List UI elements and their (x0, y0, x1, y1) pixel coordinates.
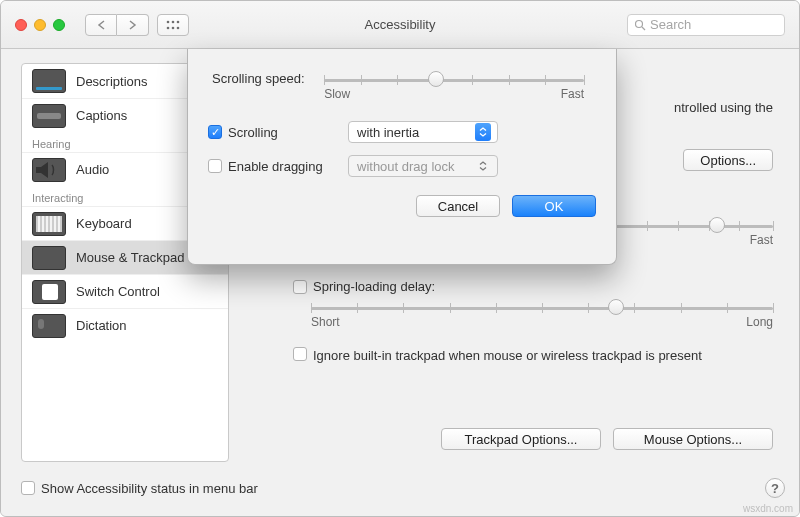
zoom-window-button[interactable] (53, 19, 65, 31)
nav-back-forward (85, 14, 149, 36)
slider-thumb[interactable] (428, 71, 444, 87)
dragging-mode-popup: without drag lock (348, 155, 498, 177)
search-placeholder: Search (650, 17, 691, 32)
svg-line-7 (642, 27, 645, 30)
popup-arrows-icon (475, 157, 491, 175)
sidebar-item-label: Captions (76, 108, 127, 123)
sidebar-item-label: Switch Control (76, 284, 160, 299)
descriptions-icon (32, 69, 66, 93)
dragging-mode-value: without drag lock (357, 159, 455, 174)
scrolling-label: Scrolling (228, 125, 278, 140)
search-icon (634, 19, 646, 31)
options-buttons-row: Trackpad Options... Mouse Options... (441, 428, 773, 450)
slider-slow-label: Slow (324, 87, 350, 101)
scrolling-speed-label: Scrolling speed: (212, 71, 305, 86)
scrolling-speed-row: Scrolling speed: Slow Fast (212, 65, 596, 109)
scrolling-row: Scrolling with inertia (208, 121, 596, 143)
spring-loading-row: Spring-loading delay: (293, 279, 435, 294)
show-all-button[interactable] (157, 14, 189, 36)
svg-point-0 (167, 20, 170, 23)
footer: Show Accessibility status in menu bar ? (21, 474, 785, 502)
scrolling-speed-slider[interactable]: Slow Fast (324, 65, 584, 95)
slider-thumb[interactable] (608, 299, 624, 315)
sidebar-item-label: Keyboard (76, 216, 132, 231)
options-button[interactable]: Options... (683, 149, 773, 171)
svg-point-4 (172, 26, 175, 29)
ok-button[interactable]: OK (512, 195, 596, 217)
watermark: wsxdn.com (743, 503, 793, 514)
help-button[interactable]: ? (765, 478, 785, 498)
chevron-right-icon (128, 20, 137, 30)
mouse-icon (32, 246, 66, 270)
sidebar-item-label: Descriptions (76, 74, 148, 89)
audio-icon (32, 158, 66, 182)
forward-button[interactable] (117, 14, 149, 36)
sheet-actions: Cancel OK (208, 195, 596, 217)
dictation-icon (32, 314, 66, 338)
show-status-label: Show Accessibility status in menu bar (41, 481, 258, 496)
slider-long-label: Long (746, 315, 773, 329)
sidebar-item-label: Audio (76, 162, 109, 177)
spring-loading-checkbox[interactable] (293, 280, 307, 294)
back-button[interactable] (85, 14, 117, 36)
scrolling-mode-value: with inertia (357, 125, 419, 140)
minimize-window-button[interactable] (34, 19, 46, 31)
switch-control-icon (32, 280, 66, 304)
search-field[interactable]: Search (627, 14, 785, 36)
spring-loading-label: Spring-loading delay: (313, 279, 435, 294)
traffic-lights (15, 19, 65, 31)
trackpad-options-sheet: Scrolling speed: Slow Fast Scrolling wit… (187, 49, 617, 265)
enable-dragging-label: Enable dragging (228, 159, 323, 174)
titlebar: Accessibility Search (1, 1, 799, 49)
popup-arrows-icon (475, 123, 491, 141)
captions-icon (32, 104, 66, 128)
svg-point-1 (172, 20, 175, 23)
ignore-trackpad-label: Ignore built-in trackpad when mouse or w… (313, 347, 702, 365)
enable-dragging-checkbox[interactable] (208, 159, 222, 173)
cancel-button[interactable]: Cancel (416, 195, 500, 217)
sidebar-item-dictation[interactable]: Dictation (22, 308, 228, 342)
svg-point-2 (177, 20, 180, 23)
sidebar-item-switch-control[interactable]: Switch Control (22, 274, 228, 308)
sidebar-item-label: Dictation (76, 318, 127, 333)
trackpad-options-button[interactable]: Trackpad Options... (441, 428, 601, 450)
close-window-button[interactable] (15, 19, 27, 31)
scrolling-checkbox[interactable] (208, 125, 222, 139)
show-status-checkbox[interactable] (21, 481, 35, 495)
obscured-text: ntrolled using the (674, 99, 773, 117)
mouse-options-button[interactable]: Mouse Options... (613, 428, 773, 450)
slider-thumb[interactable] (709, 217, 725, 233)
grid-icon (166, 20, 180, 30)
svg-point-5 (177, 26, 180, 29)
accessibility-window: Accessibility Search Descriptions Captio… (0, 0, 800, 517)
dragging-row: Enable dragging without drag lock (208, 155, 596, 177)
ignore-trackpad-checkbox[interactable] (293, 347, 307, 361)
slider-short-label: Short (311, 315, 340, 329)
svg-point-3 (167, 26, 170, 29)
keyboard-icon (32, 212, 66, 236)
chevron-left-icon (97, 20, 106, 30)
spring-loading-slider[interactable]: Short Long (311, 293, 773, 323)
slider-fast-label: Fast (750, 233, 773, 247)
sidebar-item-label: Mouse & Trackpad (76, 250, 184, 265)
svg-point-6 (636, 20, 643, 27)
slider-fast-label: Fast (561, 87, 584, 101)
scrolling-mode-popup[interactable]: with inertia (348, 121, 498, 143)
ignore-trackpad-row: Ignore built-in trackpad when mouse or w… (293, 347, 773, 365)
